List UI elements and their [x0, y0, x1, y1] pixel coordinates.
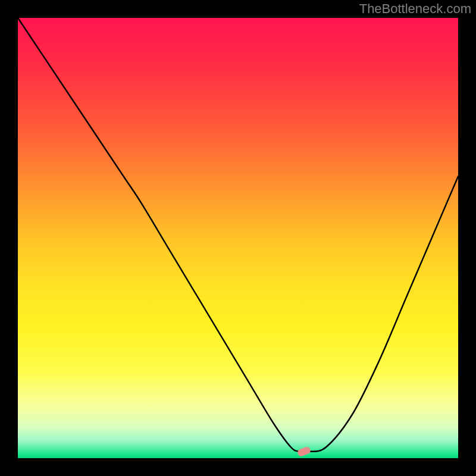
chart-container: TheBottleneck.com — [0, 0, 476, 476]
watermark-text: TheBottleneck.com — [359, 1, 471, 17]
frame-bottom — [0, 458, 476, 476]
frame-left — [0, 0, 18, 476]
bottleneck-chart — [0, 0, 476, 476]
frame-right — [458, 0, 476, 476]
gradient-background — [18, 18, 458, 458]
